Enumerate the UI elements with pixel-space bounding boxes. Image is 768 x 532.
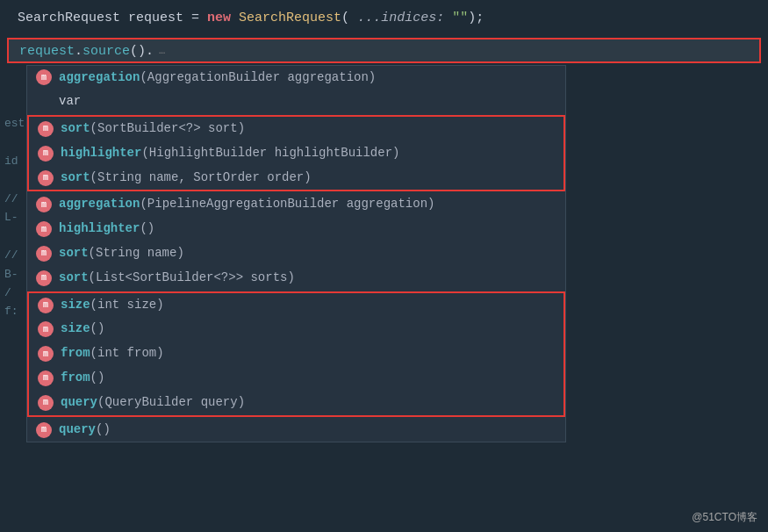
method-badge-from2: m	[38, 370, 54, 386]
gutter-line: /	[4, 284, 25, 302]
gutter-line: id	[4, 152, 25, 170]
gutter-line: //	[4, 246, 25, 264]
method-badge-from1: m	[38, 346, 54, 362]
gutter-line: B-	[4, 265, 25, 284]
active-line-container: request.source(). …	[7, 38, 761, 63]
autocomplete-item-from1[interactable]: m from(int from)	[29, 341, 563, 366]
autocomplete-item-highlighter2[interactable]: m highlighter()	[27, 217, 565, 241]
autocomplete-item-query2[interactable]: m query()	[27, 418, 565, 442]
autocomplete-item-size1[interactable]: m size(int size)	[29, 293, 563, 318]
gutter-line	[4, 133, 25, 151]
method-badge-highlighter2: m	[36, 221, 52, 237]
watermark: @51CTO博客	[692, 510, 757, 525]
code-text: SearchRequest request = new SearchReques…	[18, 11, 484, 25]
autocomplete-item-size2[interactable]: m size()	[29, 317, 563, 341]
method-badge-size1: m	[38, 298, 54, 313]
autocomplete-item-var[interactable]: var	[27, 90, 565, 114]
red-group-bottom: m size(int size) m size() m from(int fro…	[27, 291, 565, 417]
method-badge-highlighter1: m	[38, 146, 54, 162]
method-badge-sort2: m	[38, 170, 54, 186]
gutter-line	[4, 227, 25, 246]
gutter-line: f:	[4, 302, 25, 320]
autocomplete-panel: m aggregation(AggregationBuilder aggrega…	[26, 65, 566, 443]
gutter-line: //	[4, 190, 25, 208]
autocomplete-item-aggregation1[interactable]: m aggregation(AggregationBuilder aggrega…	[27, 66, 565, 90]
active-line-text: request.source().	[18, 41, 155, 61]
cursor-indicator: …	[159, 45, 165, 57]
autocomplete-item-sort1[interactable]: m sort(SortBuilder<?> sort)	[29, 117, 563, 141]
left-gutter: est id // L- // B- / f:	[0, 114, 25, 321]
autocomplete-item-query1[interactable]: m query(QueryBuilder query)	[29, 391, 563, 415]
gutter-line: L-	[4, 208, 25, 226]
autocomplete-item-from2[interactable]: m from()	[29, 366, 563, 391]
autocomplete-item-highlighter1[interactable]: m highlighter(HighlightBuilder highlight…	[29, 141, 563, 166]
autocomplete-item-aggregation2[interactable]: m aggregation(PipelineAggregationBuilder…	[27, 192, 565, 217]
method-badge-query1: m	[38, 395, 54, 411]
red-group-top: m sort(SortBuilder<?> sort) m highlighte…	[27, 115, 565, 191]
editor-area: SearchRequest request = new SearchReques…	[0, 0, 768, 532]
method-badge-sort4: m	[36, 270, 52, 286]
method-badge-size2: m	[38, 321, 54, 337]
autocomplete-item-sort3[interactable]: m sort(String name)	[27, 241, 565, 266]
method-badge-query2: m	[36, 422, 52, 438]
method-badge-sort1: m	[38, 121, 54, 137]
autocomplete-item-sort4[interactable]: m sort(List<SortBuilder<?>> sorts)	[27, 266, 565, 291]
method-badge: m	[36, 69, 52, 85]
method-badge-agg2: m	[36, 197, 52, 212]
method-badge-sort3: m	[36, 246, 52, 262]
top-code-line: SearchRequest request = new SearchReques…	[0, 0, 768, 36]
gutter-line	[4, 170, 25, 189]
gutter-line: est	[4, 114, 25, 133]
autocomplete-item-sort2[interactable]: m sort(String name, SortOrder order)	[29, 166, 563, 191]
